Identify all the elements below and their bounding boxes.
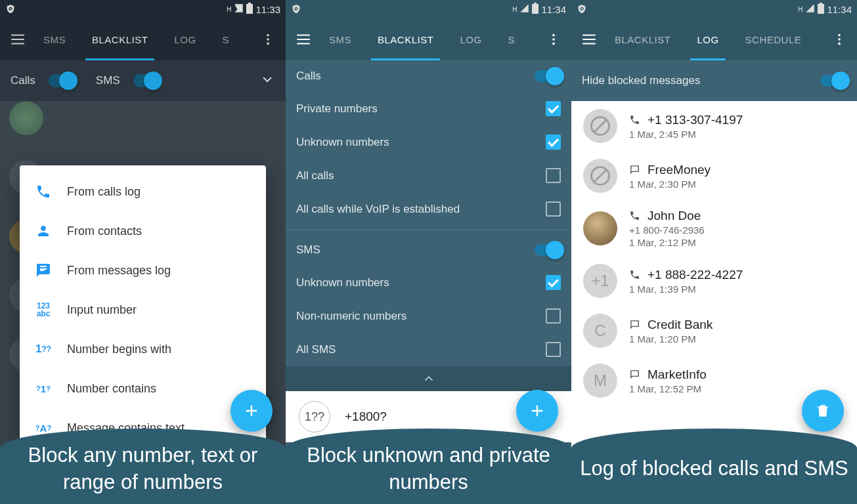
checkbox[interactable] <box>546 101 561 116</box>
opt-private-numbers[interactable]: Private numbers <box>286 92 571 125</box>
log-time: 1 Mar, 2:12 PM <box>629 237 845 248</box>
tab-schedule-cut[interactable]: S <box>495 18 529 60</box>
shield-icon <box>577 4 587 14</box>
checkbox[interactable] <box>546 135 561 150</box>
popup-number-begins[interactable]: 1?? Number begins with <box>20 329 266 369</box>
phone-icon <box>629 269 641 281</box>
status-time: 11:34 <box>541 4 566 15</box>
checkbox[interactable] <box>546 308 561 324</box>
tab-schedule-cut[interactable]: S <box>209 18 243 60</box>
tab-schedule[interactable]: SCHEDULE <box>732 18 815 60</box>
menu-button[interactable] <box>577 27 602 52</box>
hide-blocked-label: Hide blocked messages <box>582 74 700 87</box>
tab-blacklist[interactable]: BLACKLIST <box>364 18 447 60</box>
promo-caption: Block unknown and private numbers <box>286 429 571 504</box>
avatar-photo <box>583 211 617 245</box>
person-icon <box>34 222 53 240</box>
menu-button[interactable] <box>5 27 30 52</box>
popup-item-label: From calls log <box>67 185 141 199</box>
avatar-letter: M <box>583 364 617 398</box>
status-time: 11:34 <box>827 4 852 15</box>
collapse-button[interactable] <box>286 366 571 391</box>
svg-point-16 <box>838 38 841 41</box>
shield-icon <box>291 4 301 14</box>
popup-item-label: Input number <box>67 303 137 317</box>
avatar-letter: C <box>583 314 617 348</box>
log-title: +1 888-222-4227 <box>648 268 743 282</box>
opt-all-calls-voip[interactable]: All calls while VoIP is established <box>286 192 571 226</box>
log-time: 1 Mar, 1:20 PM <box>629 333 845 345</box>
divider <box>286 230 571 230</box>
add-fab[interactable] <box>516 390 558 432</box>
svg-point-17 <box>838 43 841 45</box>
checkbox[interactable] <box>546 168 561 183</box>
svg-point-4 <box>267 38 269 41</box>
opt-sms-all[interactable]: All SMS <box>286 333 571 366</box>
popup-from-calls-log[interactable]: From calls log <box>20 172 266 211</box>
sms-master-toggle[interactable] <box>535 244 561 256</box>
network-tag: H <box>227 6 231 13</box>
hide-blocked-toggle[interactable] <box>820 75 846 87</box>
checkbox[interactable] <box>546 201 561 217</box>
battery-icon <box>246 3 253 16</box>
log-entry[interactable]: +1 313-307-4197 1 Mar, 2:45 PM <box>571 101 857 151</box>
log-entry[interactable]: FreeMoney 1 Mar, 2:30 PM <box>571 151 857 201</box>
overflow-button[interactable] <box>255 27 280 52</box>
signal-icon <box>234 3 244 15</box>
tab-blacklist[interactable]: BLACKLIST <box>602 18 684 60</box>
network-tag: H <box>512 6 517 13</box>
overflow-button[interactable] <box>827 27 852 52</box>
delete-fab[interactable] <box>802 390 844 432</box>
opt-sms-unknown[interactable]: Unknown numbers <box>286 266 571 299</box>
popup-from-contacts[interactable]: From contacts <box>20 211 266 251</box>
battery-icon <box>818 3 824 16</box>
hide-blocked-bar: Hide blocked messages <box>571 60 857 101</box>
svg-rect-8 <box>534 3 537 4</box>
log-title: +1 313-307-4197 <box>648 113 743 127</box>
pattern-text: +1800? <box>345 410 387 424</box>
tab-log[interactable]: LOG <box>684 18 732 60</box>
svg-rect-13 <box>818 4 824 14</box>
calls-section-header: Calls <box>286 60 571 92</box>
avatar-plus-icon: +1 <box>583 264 617 298</box>
opt-sms-nonnumeric[interactable]: Non-numeric numbers <box>286 299 571 333</box>
overflow-button[interactable] <box>541 27 566 52</box>
log-entry[interactable]: +1 +1 888-222-4227 1 Mar, 1:39 PM <box>571 256 857 306</box>
popup-number-contains[interactable]: ?1? Number contains <box>20 369 266 408</box>
popup-item-label: From contacts <box>67 224 142 238</box>
message-icon <box>629 164 641 176</box>
popup-input-number[interactable]: 123abc Input number <box>20 290 266 329</box>
svg-rect-1 <box>246 4 253 14</box>
section-label: Calls <box>296 70 321 83</box>
phone-icon <box>629 114 641 126</box>
message-icon <box>629 319 641 331</box>
calls-toggle[interactable] <box>49 74 75 87</box>
checkbox[interactable] <box>546 342 561 357</box>
calls-master-toggle[interactable] <box>535 70 561 82</box>
promo-caption: Block any number, text or range of numbe… <box>0 429 286 504</box>
popup-from-messages-log[interactable]: From messages log <box>20 251 266 290</box>
app-toolbar: SMS BLACKLIST LOG S <box>0 18 286 60</box>
opt-all-calls[interactable]: All calls <box>286 159 571 192</box>
chevron-down-icon[interactable] <box>259 72 275 91</box>
app-toolbar: SMS BLACKLIST LOG S <box>286 18 571 60</box>
menu-button[interactable] <box>291 27 316 52</box>
tab-log[interactable]: LOG <box>447 18 494 60</box>
tab-sms[interactable]: SMS <box>316 18 364 60</box>
shield-icon <box>5 4 16 14</box>
filter-subbar: Calls SMS <box>0 60 286 101</box>
filter-calls-label: Calls <box>11 74 35 87</box>
opt-unknown-numbers[interactable]: Unknown numbers <box>286 125 571 159</box>
log-entry[interactable]: John Doe +1 800-746-2936 1 Mar, 2:12 PM <box>571 201 857 256</box>
tab-blacklist[interactable]: BLACKLIST <box>79 18 161 60</box>
tab-log[interactable]: LOG <box>161 18 209 60</box>
log-entry[interactable]: C Credit Bank 1 Mar, 1:20 PM <box>571 306 857 356</box>
checkbox[interactable] <box>546 275 561 290</box>
status-bar: H 11:34 <box>571 0 857 18</box>
sms-toggle[interactable] <box>133 74 160 87</box>
log-title: John Doe <box>648 209 701 223</box>
tab-sms[interactable]: SMS <box>30 18 79 60</box>
add-fab[interactable] <box>231 390 273 432</box>
option-label: Private numbers <box>296 102 378 116</box>
option-label: All calls <box>296 169 334 182</box>
